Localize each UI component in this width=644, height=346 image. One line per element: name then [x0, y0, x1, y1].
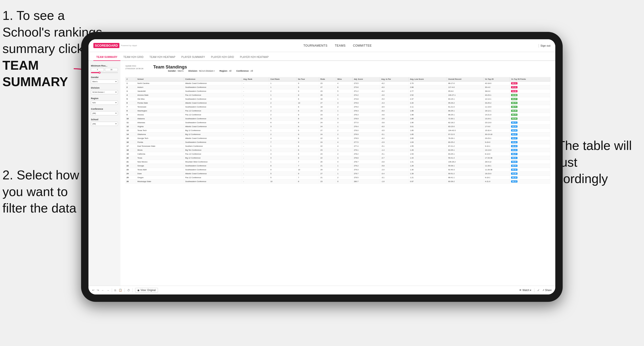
- cell-avg-low: 2.77: [408, 89, 447, 93]
- nav-teams[interactable]: TEAMS: [335, 44, 346, 47]
- nav-tournaments[interactable]: TOURNAMENTS: [304, 44, 328, 47]
- instruction-2-line3: filter the data: [2, 201, 76, 215]
- table-row[interactable]: 24 Duke Atlantic Coast Conference - 5 9 …: [125, 172, 550, 176]
- tab-player-h2h-grid[interactable]: PLAYER H2H GRID: [208, 54, 237, 61]
- nav-committee[interactable]: COMMITTEE: [353, 44, 372, 47]
- clock-icon[interactable]: ⏱: [127, 289, 130, 292]
- cell-avg-rank: -: [242, 129, 269, 133]
- share-button[interactable]: ↗ Share: [542, 289, 552, 292]
- min-rounds-min[interactable]: 4: [91, 68, 104, 71]
- cell-school: East Tennessee State: [136, 144, 184, 148]
- school-select[interactable]: (All) ▾: [91, 122, 118, 126]
- conference-select[interactable]: (All) ▾: [91, 111, 118, 115]
- back-icon[interactable]: ←: [102, 289, 104, 292]
- cell-no-tour: 9: [297, 89, 319, 93]
- table-row[interactable]: 2 Auburn Southeastern Conference - 1 9 2…: [125, 85, 550, 89]
- cell-overall: 86-25-1: [447, 113, 484, 117]
- table-row[interactable]: 11 Arkansas Southeastern Conference - 6 …: [125, 121, 550, 125]
- cell-avg-low: 1.30: [408, 168, 447, 172]
- expand-button[interactable]: ⤢: [537, 289, 539, 292]
- cell-rnds: 29: [319, 168, 336, 172]
- cell-rnds: 27: [319, 129, 336, 133]
- copy-icon[interactable]: ⎘: [114, 289, 116, 292]
- table-row[interactable]: 12 Virginia Atlantic Coast Conference - …: [125, 125, 550, 129]
- share-label: Share: [545, 289, 552, 292]
- table-row[interactable]: 5 Ole Miss Southeastern Conference - 3 6…: [125, 97, 550, 101]
- gender-label: Gender: [91, 76, 118, 79]
- table-row[interactable]: 19 California Pac-12 Conference - 4 8 24…: [125, 152, 550, 156]
- tab-team-h2h-grid[interactable]: TEAM H2H GRID: [120, 54, 146, 61]
- cell-no-tour: 8: [297, 148, 319, 152]
- cell-school: Texas: [136, 156, 184, 160]
- cell-vs25: 42-18-0: [484, 81, 510, 85]
- table-row[interactable]: 7 Tennessee Southeastern Conference - 4 …: [125, 105, 550, 109]
- sign-out-link[interactable]: Sign out: [540, 44, 550, 47]
- table-row[interactable]: 22 Georgia Southeastern Conference - 8 7…: [125, 164, 550, 168]
- cell-rnds: 27: [319, 172, 336, 176]
- paste-icon[interactable]: 📋: [119, 289, 122, 292]
- table-row[interactable]: 20 Texas Big 12 Conference - 3 8 22 3 27…: [125, 156, 550, 160]
- table-row[interactable]: 15 Georgia Tech Atlantic Coast Conferenc…: [125, 137, 550, 140]
- forward-icon[interactable]: →: [107, 289, 109, 292]
- undo-icon[interactable]: ↩: [92, 289, 94, 292]
- cell-overall: 59-41-4: [447, 156, 484, 160]
- gender-select[interactable]: Men's ▾: [91, 79, 118, 84]
- cell-rank: 14: [125, 133, 136, 137]
- cell-rnds: 21: [319, 176, 336, 180]
- table-row[interactable]: 23 Texas A&M Southeastern Conference - 9…: [125, 168, 550, 172]
- tab-player-summary[interactable]: PLAYER SUMMARY: [178, 54, 208, 61]
- region-select[interactable]: N/A ▾: [91, 101, 118, 105]
- table-row[interactable]: 1 North Carolina Atlantic Coast Conferen…: [125, 81, 550, 85]
- cell-avg-rank: -: [242, 117, 269, 121]
- cell-avg-par: -2.9: [380, 140, 408, 144]
- table-row[interactable]: 6 Florida State Atlantic Coast Conferenc…: [125, 101, 550, 105]
- cell-avg-rank: -: [242, 133, 269, 137]
- cell-conference: Pac-12 Conference: [184, 176, 242, 180]
- cell-conference: Southeastern Conference: [184, 168, 242, 172]
- update-time: Update time: 27/03/2024 16:56:26: [125, 65, 143, 70]
- table-row[interactable]: 8 Washington Pac-12 Conference - 2 8 23 …: [125, 109, 550, 113]
- cell-vs50: 89.49: [510, 109, 550, 113]
- cell-vs50: 90.47: [510, 137, 550, 140]
- table-row[interactable]: 16 Florida Southeastern Conference - 7 9…: [125, 140, 550, 144]
- tab-team-summary[interactable]: TEAM SUMMARY: [93, 54, 120, 61]
- cell-conf-rank: 1: [269, 144, 297, 148]
- watch-button[interactable]: 👁 Watch ▾: [519, 289, 531, 292]
- cell-avg-low: 1.55: [408, 144, 447, 148]
- table-row[interactable]: 25 Oregon Pac-12 Conference - 5 7 21 2 2…: [125, 176, 550, 180]
- cell-avg-par: -0.7: [380, 156, 408, 160]
- table-row[interactable]: 17 East Tennessee State Southern Confere…: [125, 144, 550, 148]
- tab-player-h2h-heatmap[interactable]: PLAYER H2H HEATMAP: [237, 54, 272, 61]
- cell-avg-rank: -: [242, 152, 269, 156]
- cell-adj-score: 276.3: [352, 109, 380, 113]
- cell-vs50: 90.84: [510, 160, 550, 164]
- cell-rnds: 18: [319, 97, 336, 101]
- table-row[interactable]: 9 Arizona Pac-12 Conference - 2 8 23 2 2…: [125, 113, 550, 117]
- cell-vs50: 88.94: [510, 129, 550, 133]
- cell-rnds: 22: [319, 144, 336, 148]
- min-rounds-max[interactable]: 30: [105, 68, 118, 71]
- sidebar-region: Region N/A ▾: [91, 97, 118, 105]
- cell-no-tour: 7: [297, 176, 319, 180]
- table-row[interactable]: 26 Mississippi State Southeastern Confer…: [125, 180, 550, 183]
- cell-avg-rank: -: [242, 176, 269, 180]
- cell-vs25: 8-14-0: [484, 152, 510, 156]
- table-row[interactable]: 13 Texas Tech Big 12 Conference - 1 9 27…: [125, 129, 550, 133]
- tab-team-h2h-heatmap[interactable]: TEAM H2H HEATMAP: [146, 54, 178, 61]
- cell-adj-score: 274.8: [352, 97, 380, 101]
- table-row[interactable]: 10 Alabama Southeastern Conference - 5 8…: [125, 117, 550, 121]
- table-row[interactable]: 21 New Mexico Mountain West Conference -…: [125, 160, 550, 164]
- conference-val: (All): [92, 112, 96, 114]
- redo-icon[interactable]: ↪: [97, 289, 99, 292]
- table-row[interactable]: 18 Illinois Big Ten Conference - 1 8 23 …: [125, 148, 550, 152]
- col-vs25: Vs Top 25: [484, 77, 510, 81]
- toolbar-sep-2: [124, 288, 125, 292]
- table-header-section: Update time: 27/03/2024 16:56:26 Team St…: [125, 65, 550, 75]
- rounds-slider[interactable]: [91, 72, 118, 73]
- division-select[interactable]: NCAA Division I ▾: [91, 90, 118, 94]
- cell-avg-par: -1.8: [380, 180, 408, 183]
- table-row[interactable]: 3 Vanderbilt Southeastern Conference - 2…: [125, 89, 550, 93]
- table-row[interactable]: 4 Arizona State Pac-12 Conference - 1 8 …: [125, 93, 550, 97]
- table-row[interactable]: 14 Oklahoma Big 12 Conference - 2 8 24 2…: [125, 133, 550, 137]
- view-original-button[interactable]: ◉ View: Original: [135, 288, 158, 293]
